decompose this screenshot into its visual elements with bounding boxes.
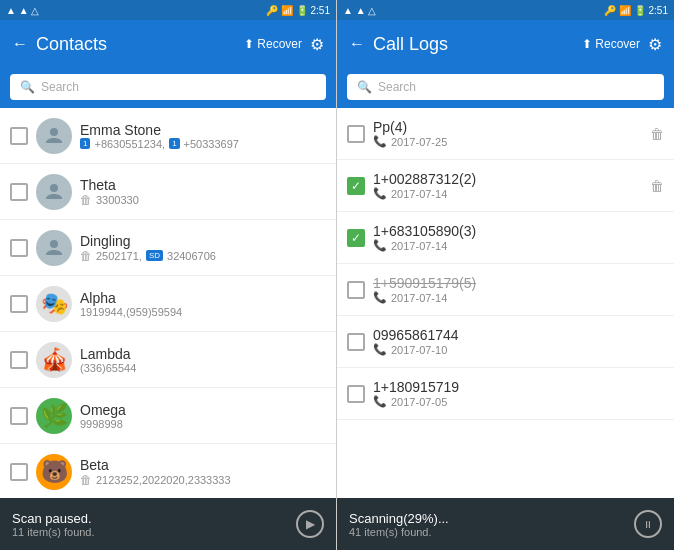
call-number-3: 1+590915179(5) — [373, 275, 664, 291]
list-item[interactable]: Dingling 🗑 2502171, SD 32406706 — [0, 220, 336, 276]
avatar — [36, 118, 72, 154]
scan-sub-right: 41 item(s) found. — [349, 526, 634, 538]
search-icon-right: 🔍 — [357, 80, 372, 94]
contact-name-2: Dingling — [80, 233, 326, 249]
call-checkbox-5[interactable] — [347, 385, 365, 403]
contact-info-6: Beta 🗑 2123252,2022020,2333333 — [80, 457, 326, 487]
calllogs-list: Pp(4) 📞 2017-07-25 🗑 ✓ 1+002887312(2) 📞 … — [337, 108, 674, 498]
scan-status-right: Scanning(29%)... — [349, 511, 634, 526]
contact-name-3: Alpha — [80, 290, 326, 306]
phone-icon: 📞 — [373, 135, 387, 148]
contact-name-6: Beta — [80, 457, 326, 473]
delete-icon-1[interactable]: 🗑 — [650, 178, 664, 194]
pause-button-right[interactable]: ⏸ — [634, 510, 662, 538]
contact-name-4: Lambda — [80, 346, 326, 362]
search-bar-left: 🔍 Search — [0, 68, 336, 108]
list-item[interactable]: 🎭 Alpha 1919944,(959)59594 — [0, 276, 336, 332]
list-item[interactable]: 🐻 Beta 🗑 2123252,2022020,2333333 — [0, 444, 336, 498]
call-number-5: 1+180915719 — [373, 379, 664, 395]
contact-checkbox-2[interactable] — [10, 239, 28, 257]
contact-detail-6: 🗑 2123252,2022020,2333333 — [80, 473, 326, 487]
list-item[interactable]: 🌿 Omega 9998998 — [0, 388, 336, 444]
contact-name-0: Emma Stone — [80, 122, 326, 138]
contact-checkbox-6[interactable] — [10, 463, 28, 481]
contact-detail-1: 🗑 3300330 — [80, 193, 326, 207]
contact-info-2: Dingling 🗑 2502171, SD 32406706 — [80, 233, 326, 263]
status-left-icons-right: ▲ ▲ △ — [343, 5, 376, 16]
call-checkbox-4[interactable] — [347, 333, 365, 351]
back-button-right[interactable]: ← — [349, 35, 365, 53]
call-date-0: 📞 2017-07-25 — [373, 135, 642, 148]
list-item[interactable]: Pp(4) 📞 2017-07-25 🗑 — [337, 108, 674, 160]
bottom-bar-left: Scan paused. 11 item(s) found. ▶ — [0, 498, 336, 550]
call-checkbox-3[interactable] — [347, 281, 365, 299]
call-info-2: 1+683105890(3) 📞 2017-07-14 — [373, 223, 664, 252]
search-input-left[interactable]: 🔍 Search — [10, 74, 326, 100]
contact-checkbox-4[interactable] — [10, 351, 28, 369]
delete-icon-0[interactable]: 🗑 — [650, 126, 664, 142]
search-placeholder-left: Search — [41, 80, 79, 94]
sim-badge: 1 — [169, 138, 179, 149]
phone-icon: 📞 — [373, 291, 387, 304]
call-checkbox-0[interactable] — [347, 125, 365, 143]
calllogs-title: Call Logs — [373, 34, 574, 55]
search-bar-right: 🔍 Search — [337, 68, 674, 108]
status-bar-right: ▲ ▲ △ 🔑 📶 🔋 2:51 — [337, 0, 674, 20]
contact-name-5: Omega — [80, 402, 326, 418]
call-date-2: 📞 2017-07-14 — [373, 239, 664, 252]
avatar: 🎪 — [36, 342, 72, 378]
contact-detail-5: 9998998 — [80, 418, 326, 430]
list-item[interactable]: ✓ 1+683105890(3) 📞 2017-07-14 — [337, 212, 674, 264]
call-checkbox-1[interactable]: ✓ — [347, 177, 365, 195]
avatar: 🎭 — [36, 286, 72, 322]
call-date-3: 📞 2017-07-14 — [373, 291, 664, 304]
status-right-icons: 🔑 📶 🔋 2:51 — [266, 5, 330, 16]
contacts-title: Contacts — [36, 34, 236, 55]
settings-button-left[interactable]: ⚙ — [310, 35, 324, 54]
call-number-4: 09965861744 — [373, 327, 664, 343]
recover-button-right[interactable]: ⬆ Recover — [582, 37, 640, 51]
contact-detail-4: (336)65544 — [80, 362, 326, 374]
contact-info-4: Lambda (336)65544 — [80, 346, 326, 374]
play-button-left[interactable]: ▶ — [296, 510, 324, 538]
bottom-bar-right: Scanning(29%)... 41 item(s) found. ⏸ — [337, 498, 674, 550]
contacts-header: ← Contacts ⬆ Recover ⚙ — [0, 20, 336, 68]
phone-icon: 📞 — [373, 343, 387, 356]
calllogs-panel: ▲ ▲ △ 🔑 📶 🔋 2:51 ← Call Logs ⬆ Recover ⚙… — [337, 0, 674, 550]
svg-point-0 — [50, 128, 58, 136]
list-item[interactable]: 1+590915179(5) 📞 2017-07-14 — [337, 264, 674, 316]
list-item[interactable]: 1+180915719 📞 2017-07-05 — [337, 368, 674, 420]
list-item[interactable]: Theta 🗑 3300330 — [0, 164, 336, 220]
sim-badge: SD — [146, 250, 163, 261]
list-item[interactable]: 🎪 Lambda (336)65544 — [0, 332, 336, 388]
avatar: 🌿 — [36, 398, 72, 434]
back-button-left[interactable]: ← — [12, 35, 28, 53]
contact-checkbox-3[interactable] — [10, 295, 28, 313]
status-right-icons-right: 🔑 📶 🔋 2:51 — [604, 5, 668, 16]
status-left-icons: ▲ ▲ △ — [6, 5, 39, 16]
trash-icon: 🗑 — [80, 249, 92, 263]
list-item[interactable]: Emma Stone 1 +8630551234, 1 +50333697 — [0, 108, 336, 164]
contact-checkbox-0[interactable] — [10, 127, 28, 145]
phone-icon: 📞 — [373, 187, 387, 200]
call-info-0: Pp(4) 📞 2017-07-25 — [373, 119, 642, 148]
contact-info-0: Emma Stone 1 +8630551234, 1 +50333697 — [80, 122, 326, 150]
scan-sub-left: 11 item(s) found. — [12, 526, 296, 538]
contact-checkbox-1[interactable] — [10, 183, 28, 201]
scan-status-left: Scan paused. — [12, 511, 296, 526]
search-input-right[interactable]: 🔍 Search — [347, 74, 664, 100]
contact-checkbox-5[interactable] — [10, 407, 28, 425]
call-checkbox-2[interactable]: ✓ — [347, 229, 365, 247]
contact-info-3: Alpha 1919944,(959)59594 — [80, 290, 326, 318]
recover-button-left[interactable]: ⬆ Recover — [244, 37, 302, 51]
call-info-3: 1+590915179(5) 📞 2017-07-14 — [373, 275, 664, 304]
call-number-1: 1+002887312(2) — [373, 171, 642, 187]
svg-point-2 — [50, 240, 58, 248]
settings-button-right[interactable]: ⚙ — [648, 35, 662, 54]
search-placeholder-right: Search — [378, 80, 416, 94]
contact-info-5: Omega 9998998 — [80, 402, 326, 430]
list-item[interactable]: 09965861744 📞 2017-07-10 — [337, 316, 674, 368]
list-item[interactable]: ✓ 1+002887312(2) 📞 2017-07-14 🗑 — [337, 160, 674, 212]
trash-icon: 🗑 — [80, 193, 92, 207]
call-date-1: 📞 2017-07-14 — [373, 187, 642, 200]
